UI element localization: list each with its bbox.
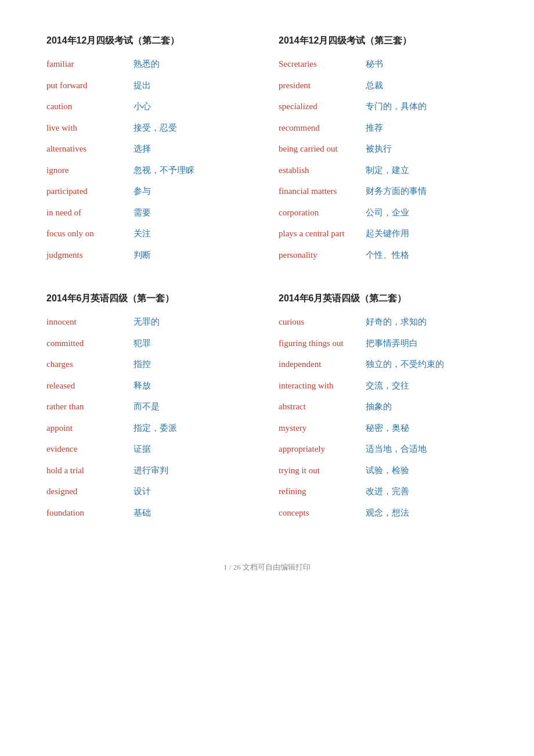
list-item: focus only on关注 bbox=[46, 227, 255, 240]
list-item: judgments判断 bbox=[46, 249, 255, 262]
vocab-chinese: 推荐 bbox=[366, 121, 383, 135]
vocab-chinese: 关注 bbox=[134, 227, 151, 240]
vocab-chinese: 把事情弄明白 bbox=[366, 337, 418, 350]
list-item: mystery秘密，奥秘 bbox=[279, 422, 488, 435]
vocab-chinese: 指控 bbox=[134, 358, 151, 371]
list-item: in need of需要 bbox=[46, 206, 255, 219]
vocab-chinese: 进行审判 bbox=[134, 464, 168, 477]
vocab-chinese: 判断 bbox=[134, 249, 151, 262]
vocab-english: judgments bbox=[46, 249, 134, 262]
vocab-english: caution bbox=[46, 100, 134, 113]
vocab-list-4: curious好奇的，求知的figuring things out把事情弄明白i… bbox=[279, 315, 488, 519]
vocab-english: familiar bbox=[46, 57, 134, 71]
list-item: appropriately适当地，合适地 bbox=[279, 442, 488, 456]
vocab-english: innocent bbox=[46, 315, 134, 329]
vocab-english: figuring things out bbox=[279, 337, 366, 350]
vocab-english: designed bbox=[46, 485, 134, 498]
list-item: hold a trial进行审判 bbox=[46, 464, 255, 477]
list-item: charges指控 bbox=[46, 358, 255, 371]
vocab-english: appoint bbox=[46, 422, 134, 435]
vocab-english: participated bbox=[46, 185, 134, 198]
vocab-english: curious bbox=[279, 315, 366, 329]
vocab-chinese: 改进，完善 bbox=[366, 485, 409, 498]
list-item: corporation公司，企业 bbox=[279, 206, 488, 219]
list-item: live with接受，忍受 bbox=[46, 121, 255, 135]
vocab-english: in need of bbox=[46, 206, 134, 219]
list-item: participated参与 bbox=[46, 185, 255, 198]
vocab-chinese: 起关键作用 bbox=[366, 227, 409, 240]
vocab-chinese: 观念，想法 bbox=[366, 506, 409, 520]
vocab-chinese: 证据 bbox=[134, 442, 151, 456]
vocab-chinese: 小心 bbox=[134, 100, 151, 113]
vocab-english: specialized bbox=[279, 100, 366, 113]
vocab-chinese: 个性、性格 bbox=[366, 249, 409, 262]
vocab-english: alternatives bbox=[46, 142, 134, 156]
vocab-chinese: 释放 bbox=[134, 379, 151, 393]
top-sections-grid: 2014年12月四级考试（第二套） familiar熟悉的put forward… bbox=[46, 35, 488, 269]
vocab-english: establish bbox=[279, 164, 366, 177]
vocab-list-2: Secretaries秘书president总裁specialized专门的，具… bbox=[279, 57, 488, 261]
vocab-list-1: familiar熟悉的put forward提出caution小心live wi… bbox=[46, 57, 255, 261]
list-item: familiar熟悉的 bbox=[46, 57, 255, 71]
list-item: foundation基础 bbox=[46, 506, 255, 520]
vocab-english: mystery bbox=[279, 422, 366, 435]
section-1: 2014年12月四级考试（第二套） familiar熟悉的put forward… bbox=[46, 35, 255, 269]
vocab-english: appropriately bbox=[279, 442, 366, 456]
list-item: Secretaries秘书 bbox=[279, 57, 488, 71]
page-footer: 1 / 26 文档可自由编辑打印 bbox=[46, 562, 488, 573]
vocab-chinese: 独立的，不受约束的 bbox=[366, 358, 444, 371]
vocab-chinese: 接受，忍受 bbox=[134, 121, 177, 135]
vocab-english: live with bbox=[46, 121, 134, 135]
list-item: figuring things out把事情弄明白 bbox=[279, 337, 488, 350]
vocab-english: independent bbox=[279, 358, 366, 371]
list-item: plays a central part起关键作用 bbox=[279, 227, 488, 240]
vocab-english: charges bbox=[46, 358, 134, 371]
list-item: independent独立的，不受约束的 bbox=[279, 358, 488, 371]
vocab-english: corporation bbox=[279, 206, 366, 219]
list-item: caution小心 bbox=[46, 100, 255, 113]
vocab-chinese: 秘书 bbox=[366, 57, 383, 71]
section-3: 2014年6月英语四级（第一套） innocent无罪的committed犯罪c… bbox=[46, 293, 255, 527]
list-item: ignore忽视，不予理睬 bbox=[46, 164, 255, 177]
vocab-chinese: 忽视，不予理睬 bbox=[134, 164, 194, 177]
list-item: rather than而不是 bbox=[46, 400, 255, 413]
vocab-english: ignore bbox=[46, 164, 134, 177]
vocab-english: concepts bbox=[279, 506, 366, 520]
vocab-english: plays a central part bbox=[279, 227, 366, 240]
vocab-chinese: 好奇的，求知的 bbox=[366, 315, 427, 329]
section-2: 2014年12月四级考试（第三套） Secretaries秘书president… bbox=[279, 35, 488, 269]
section-4-title: 2014年6月英语四级（第二套） bbox=[279, 293, 488, 305]
list-item: evidence证据 bbox=[46, 442, 255, 456]
list-item: interacting with交流，交往 bbox=[279, 379, 488, 393]
vocab-english: abstract bbox=[279, 400, 366, 413]
vocab-english: committed bbox=[46, 337, 134, 350]
vocab-english: foundation bbox=[46, 506, 134, 520]
vocab-chinese: 无罪的 bbox=[134, 315, 160, 329]
vocab-english: focus only on bbox=[46, 227, 134, 240]
section-2-title: 2014年12月四级考试（第三套） bbox=[279, 35, 488, 47]
vocab-english: Secretaries bbox=[279, 57, 366, 71]
list-item: abstract抽象的 bbox=[279, 400, 488, 413]
list-item: curious好奇的，求知的 bbox=[279, 315, 488, 329]
vocab-english: trying it out bbox=[279, 464, 366, 477]
list-item: financial matters财务方面的事情 bbox=[279, 185, 488, 198]
vocab-chinese: 基础 bbox=[134, 506, 151, 520]
vocab-chinese: 公司，企业 bbox=[366, 206, 409, 219]
list-item: put forward提出 bbox=[46, 79, 255, 92]
section-1-title: 2014年12月四级考试（第二套） bbox=[46, 35, 255, 47]
list-item: innocent无罪的 bbox=[46, 315, 255, 329]
list-item: president总裁 bbox=[279, 79, 488, 92]
vocab-chinese: 熟悉的 bbox=[134, 57, 160, 71]
vocab-chinese: 设计 bbox=[134, 485, 151, 498]
list-item: recommend推荐 bbox=[279, 121, 488, 135]
vocab-english: interacting with bbox=[279, 379, 366, 393]
vocab-chinese: 制定，建立 bbox=[366, 164, 409, 177]
vocab-english: personality bbox=[279, 249, 366, 262]
list-item: personality个性、性格 bbox=[279, 249, 488, 262]
vocab-chinese: 参与 bbox=[134, 185, 151, 198]
vocab-english: evidence bbox=[46, 442, 134, 456]
section-3-title: 2014年6月英语四级（第一套） bbox=[46, 293, 255, 305]
vocab-chinese: 总裁 bbox=[366, 79, 383, 92]
bottom-sections-grid: 2014年6月英语四级（第一套） innocent无罪的committed犯罪c… bbox=[46, 293, 488, 527]
list-item: designed设计 bbox=[46, 485, 255, 498]
